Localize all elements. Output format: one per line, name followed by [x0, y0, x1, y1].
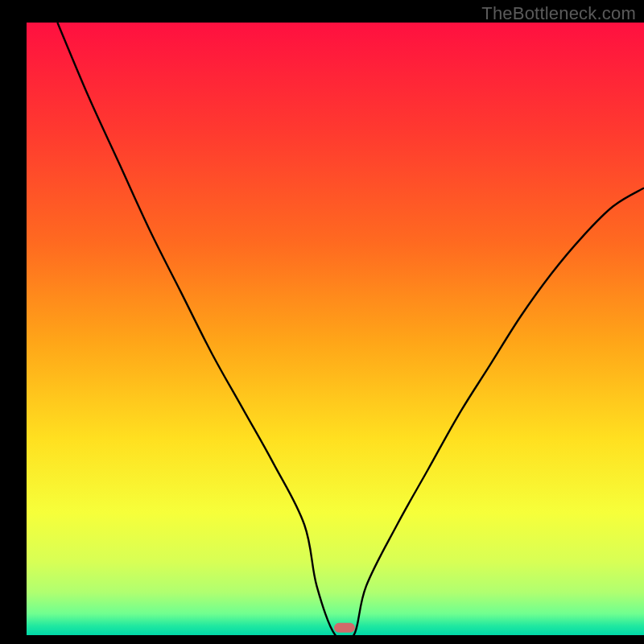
- bottleneck-chart: [0, 0, 644, 644]
- watermark-text: TheBottleneck.com: [481, 3, 636, 24]
- plot-background: [27, 23, 644, 635]
- chart-frame: TheBottleneck.com: [0, 0, 644, 644]
- minimum-marker: [334, 623, 355, 633]
